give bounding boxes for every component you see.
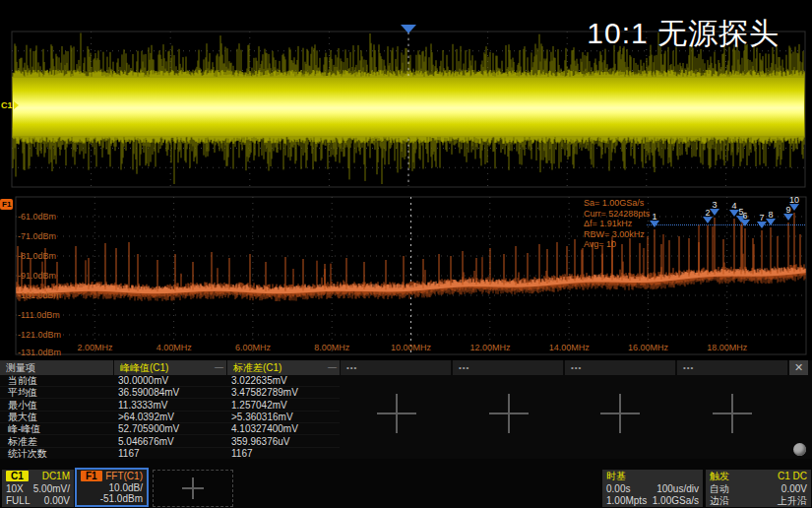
measurement-cell-v2: 1167 xyxy=(231,448,253,460)
c1-level-marker[interactable]: C1 xyxy=(1,100,19,110)
add-measurement-icon[interactable] xyxy=(489,394,529,433)
peak-marker-3: 3 xyxy=(707,201,722,216)
peak-threshold-line xyxy=(647,224,805,225)
add-measurement-icon[interactable] xyxy=(600,394,640,433)
peak-marker-number: 8 xyxy=(763,211,779,219)
trigger-mode: 自动 xyxy=(710,483,729,494)
c1-offset: 0.00V xyxy=(44,495,70,506)
collapse-measure-icon[interactable]: — xyxy=(328,360,337,375)
measurement-cell-v2: 1.257042mV xyxy=(231,400,287,412)
measurement-cell-v2: 3.47582789mV xyxy=(231,387,298,399)
measurement-row: 当前值30.0000mV3.022635mV xyxy=(0,375,340,387)
fft-y-axis-label: -131.0dBm xyxy=(18,348,61,357)
empty-measure-header[interactable]: ••• xyxy=(677,360,787,375)
fft-y-axis-label: -121.0dBm xyxy=(18,330,61,340)
measurement-row: 平均值36.590084mV3.47582789mV xyxy=(0,387,340,399)
right-arrow-icon xyxy=(14,101,19,109)
peak-marker-number: 1 xyxy=(647,213,662,221)
peak-marker-number: 6 xyxy=(737,212,753,220)
plus-icon xyxy=(182,477,204,499)
peak-marker-triangle-icon xyxy=(710,209,719,216)
oscilloscope-screen: 10:1 无源探头 C1 F1 -61.0dBm-71.0dBm-81.0dBm… xyxy=(0,0,812,508)
trigger-descriptor[interactable]: 触发 C1 DC 自动 0.00V 边沿 上升沿 xyxy=(706,470,811,507)
measurement-cell-v2: 3.022635mV xyxy=(231,375,287,387)
measurement-cell-v1: 11.3333mV xyxy=(118,400,167,412)
probe-label: 10:1 无源探头 xyxy=(587,14,780,54)
fft-x-axis-label: 18.00MHz xyxy=(698,343,757,352)
trigger-position-marker-icon[interactable] xyxy=(401,25,416,33)
add-measurement-icon[interactable] xyxy=(377,394,416,433)
c1-attenuation: 10X xyxy=(6,483,24,494)
f1-badge: F1 xyxy=(81,471,102,481)
descriptor-bar: C1 DC1M 10X 5.00mV/ FULL 0.00V F1 FFT(C1… xyxy=(0,459,812,508)
trigger-level: 0.00V xyxy=(781,483,807,494)
timebase-descriptor[interactable]: 时基 0.00s 100us/div 1.00Mpts 1.00GSa/s xyxy=(602,470,703,507)
c1-bandwidth: FULL xyxy=(6,495,30,506)
fft-trace-badge[interactable]: F1 xyxy=(0,199,13,210)
collapse-measure-icon[interactable]: — xyxy=(215,360,223,375)
add-measurement-icon[interactable] xyxy=(713,394,752,433)
peak-marker-10: 10 xyxy=(786,196,802,211)
measurement-cell-v1: 30.0000mV xyxy=(118,375,168,387)
measure-col1-header[interactable]: 峰峰值(C1) — xyxy=(114,360,226,375)
measurement-row: 最大值>64.0392mV>5.360316mV xyxy=(0,412,340,423)
c1-coupling: DC1M xyxy=(42,471,70,481)
measurement-cell-v1: >64.0392mV xyxy=(118,412,174,423)
measurement-cell-label: 统计次数 xyxy=(8,448,47,460)
measurement-cell-v1: 1167 xyxy=(118,448,140,460)
c1-badge: C1 xyxy=(6,471,29,481)
timebase-tdiv: 100us/div xyxy=(656,483,699,494)
measurement-row: 标准差5.046676mV359.96376uV xyxy=(0,436,340,448)
measurement-cell-label: 峰-峰值 xyxy=(8,423,40,435)
measurement-cell-label: 平均值 xyxy=(8,387,37,399)
measurement-cell-label: 最小值 xyxy=(8,400,37,412)
peak-marker-number: 3 xyxy=(707,201,722,209)
peak-marker-8: 8 xyxy=(763,211,779,225)
fft-x-axis-label: 6.00MHz xyxy=(223,343,282,352)
measurement-cell-v2: >5.360316mV xyxy=(231,412,293,423)
timebase-delay: 0.00s xyxy=(606,483,630,494)
fft-info-line: RBW= 3.00kHz xyxy=(584,229,650,240)
peak-marker-triangle-icon xyxy=(789,204,799,211)
measurement-cell-label: 最大值 xyxy=(8,412,37,423)
peak-marker-number: 10 xyxy=(786,196,802,204)
timebase-samplerate: 1.00GSa/s xyxy=(653,495,699,506)
trigger-coupling: DC xyxy=(793,471,807,481)
fft-info-line: Sa= 1.00GSa/s xyxy=(584,198,650,209)
fft-y-axis-label: -81.0dBm xyxy=(18,251,56,261)
fft-x-axis-label: 16.00MHz xyxy=(619,343,678,352)
close-measurements-button[interactable]: ✕ xyxy=(789,360,808,375)
empty-measure-header[interactable]: ••• xyxy=(341,360,451,375)
f1-function: FFT(C1) xyxy=(105,471,143,481)
timebase-title: 时基 xyxy=(606,471,626,482)
f1-scale: 10.0dB/ xyxy=(109,482,143,493)
measurement-cell-v2: 4.10327400mV xyxy=(231,423,298,435)
fft-info-line: Curr= 524288pts xyxy=(584,209,650,220)
measurement-row: 最小值11.3333mV1.257042mV xyxy=(0,400,340,412)
empty-measure-header[interactable]: ••• xyxy=(453,360,563,375)
empty-measure-headers: •••••••••••• xyxy=(341,360,789,375)
fft-y-axis-label: -91.0dBm xyxy=(18,271,56,281)
add-channel-slot[interactable] xyxy=(153,470,233,507)
measurement-cell-v1: 5.046676mV xyxy=(118,436,174,448)
measurement-cell-v1: 36.590084mV xyxy=(118,387,179,399)
empty-measure-header[interactable]: ••• xyxy=(565,360,675,375)
c1-vdiv: 5.00mV/ xyxy=(33,483,70,494)
fft-x-axis-label: 10.00MHz xyxy=(382,343,441,352)
f1-fft-descriptor[interactable]: F1 FFT(C1) 10.0dB/ -51.0dBm xyxy=(75,468,149,507)
measurement-panel: 测量项 峰峰值(C1) — 标准差(C1) — •••••••••••• ✕ 当… xyxy=(0,360,812,459)
measurement-header-row: 测量项 峰峰值(C1) — 标准差(C1) — •••••••••••• ✕ xyxy=(0,360,812,375)
measurement-cell-label: 标准差 xyxy=(8,436,37,448)
measurement-cell-v2: 359.96376uV xyxy=(231,436,290,448)
trigger-source: C1 xyxy=(778,471,790,481)
fft-y-axis-label: -111.0dBm xyxy=(18,310,60,320)
measurement-row: 峰-峰值52.705900mV4.10327400mV xyxy=(0,423,340,435)
peak-marker-triangle-icon xyxy=(703,217,713,223)
c1-level-marker-label: C1 xyxy=(1,100,13,110)
fft-y-axis-label: -101.0dBm xyxy=(18,290,61,300)
measure-col2-header[interactable]: 标准差(C1) — xyxy=(227,360,340,375)
fft-x-axis-label: 8.00MHz xyxy=(302,343,361,352)
f1-ref-level: -51.0dBm xyxy=(100,493,143,504)
drag-handle-icon[interactable] xyxy=(793,443,806,456)
channel1-descriptor[interactable]: C1 DC1M 10X 5.00mV/ FULL 0.00V xyxy=(2,470,74,507)
